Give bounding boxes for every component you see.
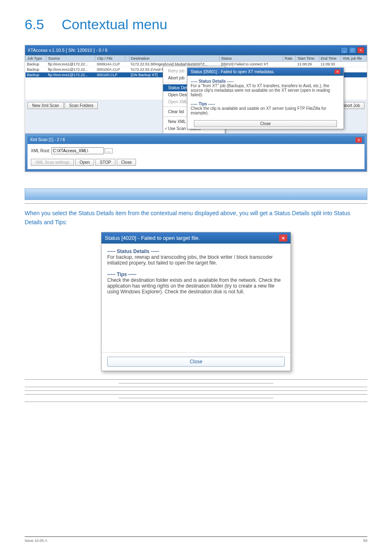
new-xml-scan-button[interactable]: New Xml Scan <box>28 102 64 109</box>
xml-open-button[interactable]: Open <box>75 159 94 166</box>
minimize-icon[interactable]: _ <box>341 47 348 53</box>
tooltip-tp-head: ----- Tips ----- <box>191 102 340 106</box>
scan-folders-button[interactable]: Scan Folders <box>65 102 98 109</box>
table-header: Job Type Source Clip / File Destination … <box>25 56 367 62</box>
status-tooltip: Status [05801] - Failed to open XT metad… <box>187 67 344 129</box>
xml-scan-panel: Xml Scan [1] - 2 / 6× XML Root: ... XML … <box>25 133 367 172</box>
xml-stop-button[interactable]: STOP <box>95 159 115 166</box>
footer-issue: Issue 10.05.A <box>25 539 47 543</box>
tooltip-close-icon[interactable]: × <box>334 70 340 74</box>
xml-root-input[interactable] <box>51 147 104 154</box>
tooltip-sd: For a "from XT" job (Backups, XT to XT t… <box>191 84 340 97</box>
dialog-sd: For backup, rewrap and transcoding jobs,… <box>107 254 285 266</box>
status-dialog: Status [4020] - Failed to open target fi… <box>101 232 291 371</box>
tooltip-close-button[interactable]: Close <box>194 120 337 127</box>
xml-scan-close-icon[interactable]: × <box>355 137 362 143</box>
tooltip-sd-head: ----- Status Details ----- <box>191 79 340 84</box>
body-paragraph: When you select the Status Details item … <box>25 209 367 227</box>
page-footer: Issue 10.05.A59 <box>25 536 367 543</box>
dialog-title: Status [4020] - Failed to open target fi… <box>105 235 200 241</box>
dialog-close-button[interactable]: Close <box>107 357 285 367</box>
xml-root-browse-button[interactable]: ... <box>105 148 112 153</box>
section-title: 6.5Contextual menu <box>25 16 367 33</box>
footer-page: 59 <box>363 539 367 543</box>
tooltip-tp: Check the clip is available and usable o… <box>191 106 340 115</box>
dialog-sd-head: ----- Status Details ----- <box>107 248 285 254</box>
app-screenshot: XTAccess v.1.10.5 [ SN: 120010 ] - 0 / 6… <box>25 45 367 172</box>
dialog-tp-head: ----- Tips ----- <box>107 272 285 277</box>
maximize-icon[interactable]: □ <box>349 47 356 53</box>
titlebar: XTAccess v.1.10.5 [ SN: 120010 ] - 0 / 6… <box>25 45 367 55</box>
dialog-close-icon[interactable]: × <box>279 235 287 242</box>
tooltip-title: Status [05801] - Failed to open XT metad… <box>191 70 274 74</box>
title-text: XTAccess v.1.10.5 [ SN: 120010 ] - 0 / 6 <box>28 48 108 53</box>
window-controls: _ □ × <box>341 47 364 53</box>
subsection-header <box>25 188 367 200</box>
dialog-tp: Check the destination folder exists and … <box>107 277 285 295</box>
xml-settings-button[interactable]: XML Scan settings <box>31 159 74 166</box>
xml-close-button[interactable]: Close <box>117 159 136 166</box>
xml-scan-title: Xml Scan [1] - 2 / 6 <box>30 137 65 143</box>
close-icon[interactable]: × <box>357 47 364 53</box>
xml-root-label: XML Root: <box>31 149 50 153</box>
